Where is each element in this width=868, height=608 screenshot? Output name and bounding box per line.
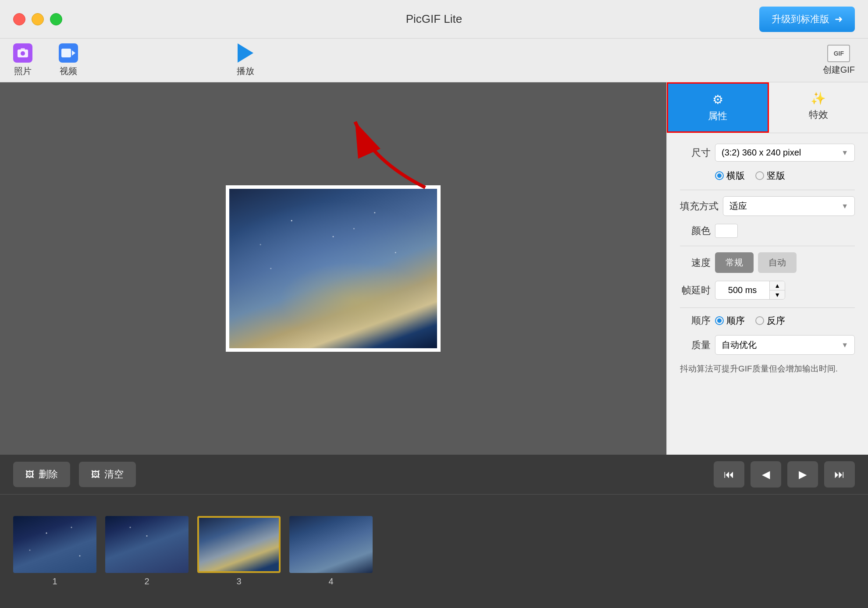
delay-stepper: 500 ms ▲ ▼ (715, 281, 785, 300)
landscape-radio-dot (715, 171, 724, 180)
clear-icon: 🖼 (91, 470, 100, 480)
size-select[interactable]: (3:2) 360 x 240 pixel ▼ (715, 144, 855, 162)
close-button[interactable] (13, 13, 25, 25)
photo-label: 照片 (14, 65, 32, 77)
bottom-toolbar: 🖼 删除 🖼 清空 ⏮ ◀ ▶ ⏭ (0, 455, 868, 494)
film-thumb-3 (197, 516, 281, 573)
speed-buttons: 常规 自动 (715, 252, 797, 273)
fill-value: 适应 (729, 200, 747, 212)
svg-rect-3 (61, 49, 71, 57)
nav-last-button[interactable]: ⏭ (824, 461, 855, 488)
tab-properties[interactable]: ⚙ 属性 (667, 82, 769, 133)
toolbar-video[interactable]: 视频 (59, 43, 78, 77)
quality-chevron-icon: ▼ (841, 341, 848, 349)
divider-1 (680, 190, 855, 190)
size-label: 尺寸 (680, 146, 711, 159)
film-thumb-1 (13, 516, 96, 573)
minimize-button[interactable] (32, 13, 44, 25)
divider-2 (680, 246, 855, 246)
quality-note: 抖动算法可提升GIF质量但会增加输出时间. (680, 363, 855, 375)
video-label: 视频 (60, 65, 77, 77)
titlebar: PicGIF Lite 升级到标准版 ➜ (0, 0, 868, 39)
size-control: (3:2) 360 x 240 pixel ▼ (715, 144, 855, 162)
play-icon (236, 43, 255, 63)
portrait-radio[interactable]: 竖版 (755, 170, 785, 182)
order-reverse-dot (755, 316, 764, 325)
nav-next-button[interactable]: ▶ (787, 461, 818, 488)
delete-button[interactable]: 🖼 删除 (13, 462, 70, 487)
clear-label: 清空 (104, 468, 124, 481)
effects-tab-label: 特效 (809, 108, 828, 121)
speed-auto-button[interactable]: 自动 (758, 252, 797, 273)
speed-label: 速度 (680, 256, 711, 269)
toolbar-play[interactable]: 播放 (236, 43, 255, 77)
speed-normal-button[interactable]: 常规 (715, 252, 754, 273)
canvas-area (0, 82, 666, 455)
toolbar-photo[interactable]: 照片 (13, 43, 32, 77)
video-icon (59, 43, 78, 63)
color-picker[interactable] (715, 224, 738, 238)
quality-select[interactable]: 自动优化 ▼ (715, 335, 855, 355)
speed-row: 速度 常规 自动 (680, 252, 855, 273)
svg-marker-4 (72, 50, 75, 56)
fullscreen-button[interactable] (50, 13, 62, 25)
order-forward-label: 顺序 (726, 315, 745, 327)
arrow-right-icon: ➜ (835, 14, 843, 25)
orientation-row: 横版 竖版 (680, 170, 855, 182)
film-item-2[interactable]: 2 (105, 516, 189, 587)
film-thumb-2 (105, 516, 189, 573)
film-item-1[interactable]: 1 (13, 516, 96, 587)
app-title: PicGIF Lite (406, 12, 462, 26)
stepper-down-button[interactable]: ▼ (770, 290, 785, 299)
stepper-up-button[interactable]: ▲ (770, 281, 785, 290)
fill-chevron-icon: ▼ (841, 202, 848, 210)
portrait-radio-dot (755, 171, 764, 180)
fill-control: 适应 ▼ (723, 196, 855, 216)
gear-icon: ⚙ (712, 92, 723, 107)
quality-label: 质量 (680, 339, 711, 352)
delay-row: 帧延时 500 ms ▲ ▼ (680, 281, 855, 300)
order-forward-radio[interactable]: 顺序 (715, 315, 745, 327)
order-row: 顺序 顺序 反序 (680, 314, 855, 327)
film-label-2: 2 (144, 576, 149, 587)
film-item-3[interactable]: 3 (197, 516, 281, 587)
fill-row: 填充方式 适应 ▼ (680, 196, 855, 216)
properties-tab-label: 属性 (708, 110, 727, 123)
play-label: 播放 (237, 65, 254, 77)
film-item-4[interactable]: 4 (289, 516, 373, 587)
svg-point-1 (21, 51, 25, 56)
annotation-arrow (329, 109, 438, 196)
film-label-3: 3 (236, 576, 241, 587)
create-gif-toolbar-item[interactable]: GIF 创建GIF (823, 45, 855, 76)
tab-effects[interactable]: ✨ 特效 (769, 82, 868, 133)
stepper-buttons: ▲ ▼ (769, 281, 785, 299)
upgrade-button[interactable]: 升级到标准版 ➜ (759, 7, 855, 32)
clear-button[interactable]: 🖼 清空 (79, 462, 136, 487)
panel-body: 尺寸 (3:2) 360 x 240 pixel ▼ 横版 (667, 133, 868, 386)
photo-icon (13, 43, 32, 63)
order-label: 顺序 (680, 314, 711, 327)
size-value: (3:2) 360 x 240 pixel (722, 148, 801, 158)
nav-first-button[interactable]: ⏮ (714, 461, 744, 488)
color-label: 颜色 (680, 224, 711, 237)
quality-control: 自动优化 ▼ (715, 335, 855, 355)
right-panel: ⚙ 属性 ✨ 特效 尺寸 (3:2) 360 x 240 pixel ▼ (666, 82, 868, 455)
quality-value: 自动优化 (722, 339, 757, 351)
order-reverse-label: 反序 (767, 315, 785, 327)
svg-rect-2 (21, 48, 25, 50)
delete-icon: 🖼 (25, 470, 34, 480)
gif-icon: GIF (827, 45, 850, 62)
film-thumb-4 (289, 516, 373, 573)
delay-value: 500 ms (715, 282, 769, 299)
order-reverse-radio[interactable]: 反序 (755, 315, 785, 327)
nav-prev-button[interactable]: ◀ (751, 461, 781, 488)
landscape-radio[interactable]: 横版 (715, 170, 745, 182)
create-gif-label: 创建GIF (823, 64, 855, 76)
delete-label: 删除 (39, 468, 58, 481)
main-toolbar: 照片 视频 播放 GIF 创建GIF (0, 39, 868, 82)
film-label-4: 4 (328, 576, 333, 587)
sparkle-icon: ✨ (811, 91, 826, 106)
fill-select[interactable]: 适应 ▼ (723, 196, 855, 216)
color-row: 颜色 (680, 224, 855, 238)
preview-image (226, 185, 441, 352)
